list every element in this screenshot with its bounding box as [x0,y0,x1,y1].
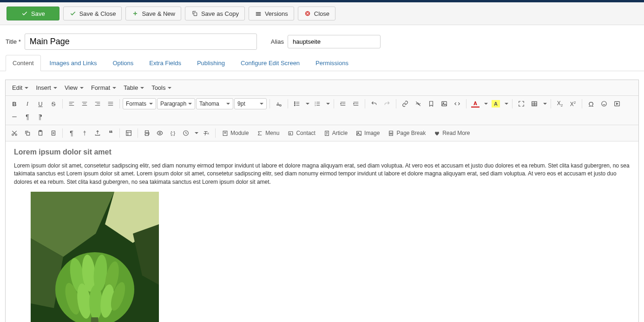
number-list-caret[interactable] [324,98,331,110]
bgcolor-caret[interactable] [503,98,509,110]
redo-button[interactable] [381,98,393,110]
paste-text-button[interactable] [47,127,59,139]
undo-button[interactable] [368,98,380,110]
link-button[interactable] [399,98,411,110]
media-button[interactable] [611,98,623,110]
print-button[interactable] [141,127,153,139]
content-figure[interactable] [31,192,630,322]
versions-button[interactable]: Versions [249,7,294,20]
svg-rect-24 [145,134,149,135]
superscript-button[interactable]: X2 [567,98,579,110]
textcolor-button[interactable]: A [469,98,481,110]
close-button[interactable]: Close [298,7,335,20]
editor-container: Edit Insert View Format Table Tools B I … [5,80,639,322]
menu-tools[interactable]: Tools [149,83,174,93]
paragraph-select[interactable]: Paragraph [157,98,195,109]
showblocks-button[interactable]: ¶ [66,127,78,139]
align-center-button[interactable] [79,98,91,110]
image-button[interactable] [438,98,450,110]
bgcolor-button[interactable]: A [490,98,502,110]
font-select[interactable]: Tahoma [196,98,233,109]
showinvisible-button[interactable]: † [79,127,91,139]
template-button[interactable] [123,127,135,139]
tab-permissions[interactable]: Permissions [309,55,355,71]
bookmark-button[interactable] [425,98,437,110]
svg-rect-33 [389,131,393,133]
align-left-button[interactable] [66,98,78,110]
emoji-button[interactable] [598,98,610,110]
hr-button[interactable] [8,111,20,123]
menu-button[interactable]: Menu [253,128,283,138]
table-caret[interactable] [541,98,548,110]
save-icon [21,10,28,17]
versions-icon [255,10,262,17]
bullet-list-caret[interactable] [304,98,310,110]
formats-select[interactable]: Formats [123,98,156,109]
menu-view[interactable]: View [62,83,86,93]
number-list-button[interactable]: 123 [311,98,323,110]
strike-button[interactable]: S [47,98,59,110]
pagebreak-button[interactable]: Page Break [384,128,429,138]
menu-edit[interactable]: Edit [9,83,31,93]
datetime-caret[interactable] [193,127,199,139]
clearformat-button[interactable]: Tx [200,127,212,139]
size-select[interactable]: 9pt [234,98,267,109]
unlink-button[interactable] [412,98,424,110]
datetime-button[interactable] [180,127,192,139]
underline-button[interactable]: U [34,98,46,110]
cut-button[interactable] [8,127,20,139]
upload-button[interactable] [92,127,104,139]
codesample-button[interactable]: {;} [167,127,179,139]
action-bar: Save Save & Close Save & New Save as Cop… [0,2,644,25]
tab-options[interactable]: Options [105,55,140,71]
align-justify-button[interactable] [105,98,117,110]
paste-button[interactable] [34,127,46,139]
svg-rect-28 [289,131,293,135]
svg-rect-22 [52,131,55,135]
content-heading[interactable]: Lorem ipsum dolor sit amet [14,148,630,156]
title-input[interactable] [25,34,257,50]
content-image[interactable] [31,192,159,322]
content-paragraph[interactable]: Lorem ipsum dolor sit amet, consetetur s… [14,162,630,186]
editor-content[interactable]: Lorem ipsum dolor sit amet Lorem ipsum d… [6,141,638,322]
ltr-button[interactable]: ¶ [21,111,33,123]
textcolor-caret[interactable] [482,98,489,110]
tab-configure-edit[interactable]: Configure Edit Screen [234,55,307,71]
svg-point-18 [15,134,17,136]
tab-publishing[interactable]: Publishing [190,55,232,71]
align-right-button[interactable] [92,98,104,110]
sourcecode-button[interactable] [451,98,463,110]
blockquote-button[interactable]: ❝ [105,127,117,139]
module-button[interactable]: Module [218,128,252,138]
preview-button[interactable] [154,127,166,139]
find-button[interactable] [273,98,285,110]
article-button[interactable]: Article [320,128,351,138]
tab-images-links[interactable]: Images and Links [43,55,104,71]
specialchar-button[interactable]: Ω [585,98,597,110]
menu-format[interactable]: Format [88,83,119,93]
subscript-button[interactable]: X2 [554,98,566,110]
readmore-button[interactable]: Read More [430,128,473,138]
tab-content[interactable]: Content [6,55,41,71]
insert-image-button[interactable]: Image [352,128,383,138]
save-button[interactable]: Save [7,7,59,20]
fullscreen-button[interactable] [515,98,527,110]
save-close-button[interactable]: Save & Close [63,7,122,20]
save-copy-button[interactable]: Save as Copy [185,7,245,20]
save-close-label: Save & Close [79,10,116,17]
menu-table[interactable]: Table [121,83,147,93]
bullet-list-button[interactable] [291,98,303,110]
menu-insert[interactable]: Insert [33,83,60,93]
save-new-button[interactable]: Save & New [125,7,181,20]
caret-icon [140,87,144,89]
rtl-button[interactable]: ¶ [34,111,46,123]
indent-button[interactable] [350,98,362,110]
bold-button[interactable]: B [8,98,20,110]
outdent-button[interactable] [337,98,349,110]
italic-button[interactable]: I [21,98,33,110]
alias-input[interactable] [288,35,381,48]
tab-extra-fields[interactable]: Extra Fields [142,55,188,71]
copy-button[interactable] [21,127,33,139]
table-button[interactable] [528,98,540,110]
contact-button[interactable]: Contact [284,128,319,138]
